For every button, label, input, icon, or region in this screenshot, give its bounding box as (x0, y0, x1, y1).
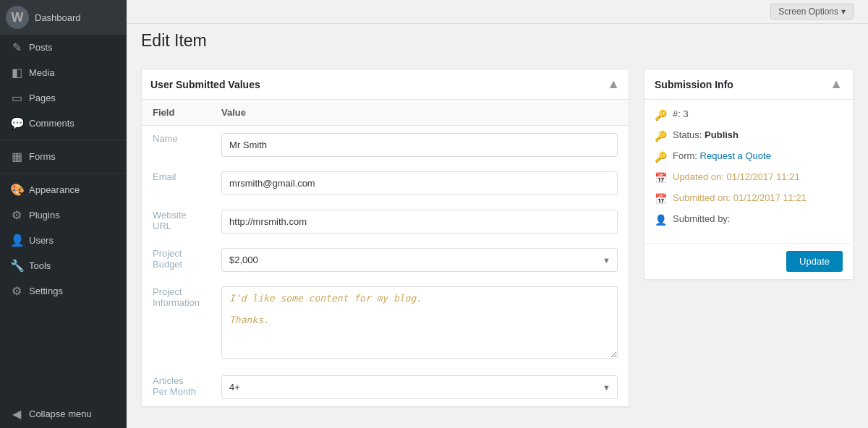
status-label: Status: (673, 129, 702, 140)
sidebar-item-label: Forms (29, 151, 56, 162)
table-row: Articles Per Month 1 2 3 4+ ▼ (142, 368, 629, 406)
info-row-updated: 📅 Updated on: 01/12/2017 11:21 (655, 171, 843, 184)
collapse-icon: ◀ (10, 407, 23, 421)
update-button[interactable]: Update (786, 251, 843, 272)
sidebar-item-label: Pages (29, 93, 56, 103)
sidebar-item-media[interactable]: ◧ Media (0, 60, 127, 85)
key-icon: 🔑 (655, 109, 667, 121)
panel-title: User Submitted Values (150, 79, 260, 90)
sidebar-item-comments[interactable]: 💬 Comments (0, 111, 127, 136)
info-updated: Updated on: 01/12/2017 11:21 (673, 171, 800, 182)
sidebar-item-label: Users (29, 235, 54, 246)
calendar-submitted-icon: 📅 (655, 193, 667, 205)
collapse-label: Collapse menu (29, 408, 92, 419)
info-row-number: 🔑 #: 3 (655, 108, 843, 121)
articles-select[interactable]: 1 2 3 4+ (221, 375, 618, 399)
form-value[interactable]: Request a Quote (700, 150, 771, 161)
screen-options-button[interactable]: Screen Options ▾ (770, 4, 854, 20)
comments-icon: 💬 (10, 116, 23, 130)
pages-icon: ▭ (10, 91, 23, 105)
appearance-icon: 🎨 (10, 183, 23, 197)
field-label-project-info: Project Information (142, 279, 210, 368)
users-icon: 👤 (10, 234, 23, 247)
sidebar-item-dashboard[interactable]: W Dashboard (0, 0, 127, 35)
field-label-name: Name (142, 126, 210, 165)
table-row: Email (142, 164, 629, 202)
plugins-icon: ⚙ (10, 208, 23, 222)
info-submitted: Submitted on: 01/12/2017 11:21 (673, 192, 807, 203)
col-field: Field (142, 100, 210, 126)
updated-label: Updated on: (673, 171, 724, 182)
main-content: Screen Options ▾ Edit Item User Submitte… (127, 0, 868, 428)
submitted-label: Submitted on: (673, 192, 731, 203)
topbar: Screen Options ▾ (127, 0, 868, 24)
sidebar-item-label: Comments (29, 118, 75, 129)
table-header: Field Value (142, 100, 629, 126)
submission-info-body: 🔑 #: 3 🔑 Status: Publish 🔑 (644, 100, 853, 243)
sidebar-item-pages[interactable]: ▭ Pages (0, 85, 127, 111)
calendar-updated-icon: 📅 (655, 172, 667, 184)
sidebar-item-label: Appearance (29, 184, 80, 195)
sidebar-item-plugins[interactable]: ⚙ Plugins (0, 202, 127, 228)
field-value-budget: $2,000 $5,000 $10,000+ ▼ (210, 241, 629, 279)
website-input[interactable] (221, 210, 618, 234)
field-label-email: Email (142, 164, 210, 202)
left-column: User Submitted Values ▲ Field Value Name (141, 69, 629, 417)
table-row: Website URL (142, 202, 629, 241)
info-submitted-by: Submitted by: (673, 213, 731, 224)
project-info-textarea[interactable]: I'd like some content for my blog. Thank… (221, 286, 618, 359)
collapse-menu[interactable]: ◀ Collapse menu (0, 400, 127, 428)
email-input[interactable] (221, 171, 618, 195)
sidebar: W Dashboard ✎ Posts ◧ Media ▭ Pages 💬 Co… (0, 0, 127, 428)
page-header: Edit Item (127, 24, 868, 58)
screen-options-label: Screen Options (778, 7, 838, 17)
sidebar-item-label: Media (29, 67, 54, 78)
sidebar-item-label: Tools (29, 260, 51, 271)
info-status: Status: Publish (673, 129, 739, 140)
user-submitted-values-panel: User Submitted Values ▲ Field Value Name (141, 69, 629, 407)
sidebar-item-tools[interactable]: 🔧 Tools (0, 253, 127, 278)
field-value-articles: 1 2 3 4+ ▼ (210, 368, 629, 406)
sidebar-item-label: Plugins (29, 210, 60, 221)
sidebar-item-forms[interactable]: ▦ Forms (0, 144, 127, 169)
submitted-value: 01/12/2017 11:21 (733, 192, 807, 203)
info-row-submitted: 📅 Submitted on: 01/12/2017 11:21 (655, 192, 843, 205)
table-row: Name (142, 126, 629, 165)
sidebar-item-posts[interactable]: ✎ Posts (0, 35, 127, 60)
field-value-website (210, 202, 629, 241)
budget-select[interactable]: $2,000 $5,000 $10,000+ (221, 248, 618, 272)
submission-info-collapse-icon[interactable]: ▲ (830, 77, 843, 92)
info-row-submitted-by: 👤 Submitted by: (655, 213, 843, 226)
status-value: Publish (705, 129, 739, 140)
screen-options-chevron-icon: ▾ (841, 7, 846, 17)
sidebar-item-label: Dashboard (35, 12, 81, 23)
form-key-icon: 🔑 (655, 151, 667, 163)
submission-info-panel: Submission Info ▲ 🔑 #: 3 🔑 Status: Pub (644, 69, 854, 280)
field-table: Field Value Name (142, 100, 629, 406)
update-button-row: Update (644, 243, 853, 279)
wp-logo: W (6, 6, 29, 29)
field-value-project-info: I'd like some content for my blog. Thank… (210, 279, 629, 368)
posts-icon: ✎ (10, 40, 23, 54)
sidebar-item-users[interactable]: 👤 Users (0, 228, 127, 253)
sidebar-item-settings[interactable]: ⚙ Settings (0, 278, 127, 304)
sidebar-divider-2 (0, 173, 127, 174)
sidebar-item-label: Settings (29, 286, 63, 296)
user-icon: 👤 (655, 214, 667, 226)
forms-icon: ▦ (10, 150, 23, 163)
field-label-budget: Project Budget (142, 241, 210, 279)
panel-collapse-icon[interactable]: ▲ (607, 77, 620, 92)
settings-icon: ⚙ (10, 284, 23, 298)
updated-value: 01/12/2017 11:21 (726, 171, 799, 182)
sidebar-item-appearance[interactable]: 🎨 Appearance (0, 177, 127, 202)
sidebar-item-label: Posts (29, 42, 53, 53)
col-value: Value (210, 100, 629, 126)
page-title: Edit Item (141, 31, 854, 51)
info-form: Form: Request a Quote (673, 150, 771, 161)
media-icon: ◧ (10, 66, 23, 80)
right-column: Submission Info ▲ 🔑 #: 3 🔑 Status: Pub (644, 69, 854, 417)
name-input[interactable] (221, 133, 618, 157)
content-area: User Submitted Values ▲ Field Value Name (127, 58, 868, 428)
field-label-website: Website URL (142, 202, 210, 241)
info-row-form: 🔑 Form: Request a Quote (655, 150, 843, 163)
